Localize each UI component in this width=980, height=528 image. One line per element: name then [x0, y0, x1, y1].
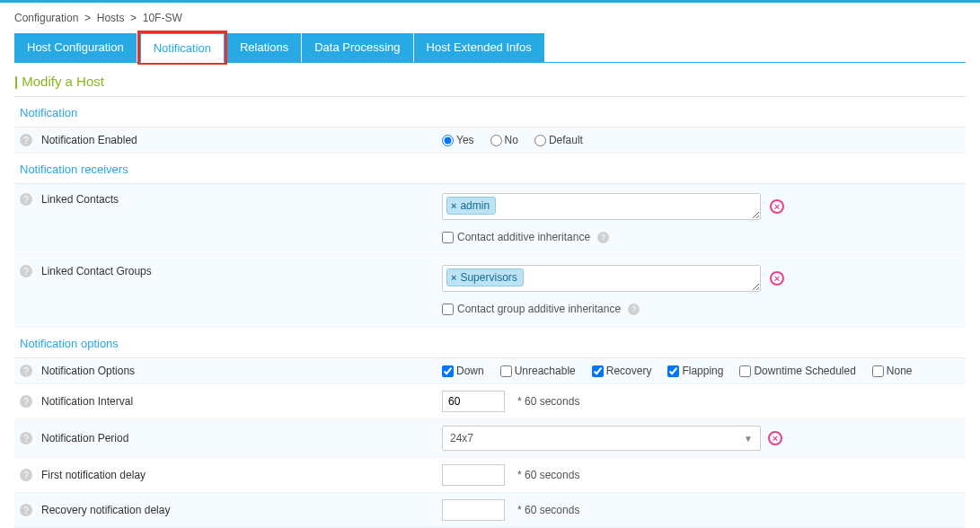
remove-tag-icon[interactable]: ×: [451, 272, 456, 283]
help-icon[interactable]: ?: [20, 395, 32, 408]
row-linked-contact-groups: ? Linked Contact Groups × Supervisors × …: [14, 256, 966, 328]
notification-interval-input[interactable]: [442, 391, 505, 412]
label-linked-contacts: Linked Contacts: [41, 193, 119, 206]
section-notification: Notification: [14, 97, 966, 128]
label-notification-enabled: Notification Enabled: [41, 134, 137, 146]
row-notification-period: ? Notification Period 24x7 ▼ ×: [14, 419, 966, 458]
label-contact-inheritance: Contact additive inheritance: [457, 231, 590, 243]
help-icon[interactable]: ?: [20, 469, 32, 481]
checkbox-flapping[interactable]: [667, 365, 679, 377]
tag-supervisors: × Supervisors: [446, 268, 524, 286]
row-notification-interval: ? Notification Interval * 60 seconds: [14, 384, 966, 419]
checkbox-recovery[interactable]: [592, 365, 604, 377]
first-delay-input[interactable]: [442, 464, 505, 486]
help-icon[interactable]: ?: [628, 304, 640, 315]
remove-tag-icon[interactable]: ×: [451, 200, 456, 211]
breadcrumb: Configuration > Hosts > 10F-SW: [14, 6, 966, 33]
row-notification-options: ? Notification Options Down Unreachable …: [14, 358, 966, 384]
checkbox-contact-inheritance[interactable]: [442, 232, 454, 243]
radio-yes[interactable]: [442, 135, 454, 146]
help-icon[interactable]: ?: [20, 432, 32, 444]
row-linked-contacts: ? Linked Contacts × admin × Contact addi…: [14, 184, 966, 256]
section-options: Notification options: [14, 328, 966, 358]
help-icon[interactable]: ?: [20, 504, 32, 516]
radio-default[interactable]: [534, 135, 546, 146]
tab-relations[interactable]: Relations: [227, 33, 301, 62]
checkbox-unreachable[interactable]: [500, 365, 512, 377]
breadcrumb-l2[interactable]: Hosts: [97, 12, 125, 24]
suffix-seconds: * 60 seconds: [517, 504, 579, 516]
help-icon[interactable]: ?: [20, 265, 32, 277]
checkbox-down[interactable]: [442, 365, 454, 377]
checkbox-group-inheritance[interactable]: [442, 304, 454, 315]
row-recovery-notification-delay: ? Recovery notification delay * 60 secon…: [14, 493, 966, 528]
suffix-seconds: * 60 seconds: [517, 469, 579, 481]
checkbox-downtime[interactable]: [739, 365, 751, 377]
tab-notification[interactable]: Notification: [140, 33, 225, 63]
radio-no[interactable]: [490, 135, 502, 146]
label-recovery-notification-delay: Recovery notification delay: [41, 504, 170, 516]
row-notification-enabled: ? Notification Enabled Yes No Default: [14, 128, 966, 154]
clear-contacts-button[interactable]: ×: [770, 199, 784, 214]
linked-contact-groups-input[interactable]: × Supervisors: [442, 265, 761, 292]
notification-period-select[interactable]: 24x7 ▼: [442, 426, 761, 451]
tabs: Host Configuration Notification Relation…: [14, 33, 966, 63]
tab-host-configuration[interactable]: Host Configuration: [14, 33, 137, 62]
suffix-seconds: * 60 seconds: [517, 395, 579, 408]
help-icon[interactable]: ?: [20, 365, 32, 377]
breadcrumb-l3: 10F-SW: [143, 12, 182, 24]
clear-contact-groups-button[interactable]: ×: [770, 271, 784, 286]
page-title: |Modify a Host: [14, 63, 966, 97]
row-first-notification-delay: ? First notification delay * 60 seconds: [14, 458, 966, 493]
tag-admin: × admin: [446, 197, 496, 215]
recovery-delay-input[interactable]: [442, 499, 505, 521]
tab-host-extended-infos[interactable]: Host Extended Infos: [414, 33, 544, 62]
help-icon[interactable]: ?: [20, 134, 32, 146]
checkbox-none[interactable]: [872, 365, 884, 377]
help-icon[interactable]: ?: [597, 232, 609, 243]
help-icon[interactable]: ?: [20, 193, 32, 206]
breadcrumb-l1[interactable]: Configuration: [14, 12, 78, 24]
label-notification-options: Notification Options: [41, 365, 135, 377]
label-linked-contact-groups: Linked Contact Groups: [41, 265, 152, 277]
label-notification-period: Notification Period: [41, 432, 128, 444]
active-tab-highlight: Notification: [137, 31, 227, 65]
tab-data-processing[interactable]: Data Processing: [302, 33, 412, 62]
section-receivers: Notification receivers: [14, 154, 966, 184]
chevron-down-icon: ▼: [744, 434, 753, 444]
clear-period-button[interactable]: ×: [768, 431, 782, 445]
label-first-notification-delay: First notification delay: [41, 469, 146, 481]
label-notification-interval: Notification Interval: [41, 395, 133, 408]
linked-contacts-input[interactable]: × admin: [442, 193, 761, 220]
label-group-inheritance: Contact group additive inheritance: [457, 303, 621, 315]
